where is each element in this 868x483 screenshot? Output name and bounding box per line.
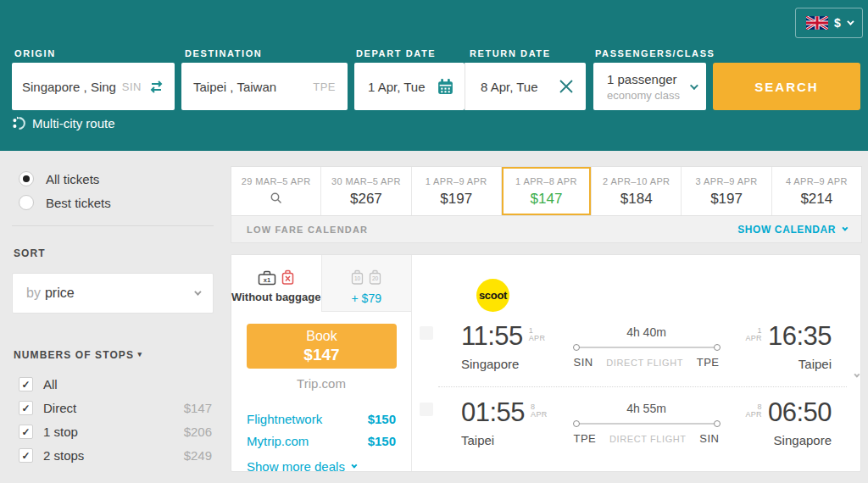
- sort-select[interactable]: by price: [12, 273, 214, 314]
- date-range: 3 APR–9 APR: [696, 176, 758, 186]
- bag-10kg-icon: 10: [351, 269, 364, 286]
- route-block: 4h 40m SIN DIRECT FLIGHT TPE: [574, 323, 720, 371]
- departure-date: 8 APR: [531, 403, 547, 419]
- stops-heading[interactable]: NUMBERS OF STOPS ▾: [14, 349, 142, 361]
- arrival-month: APR: [746, 411, 762, 419]
- expand-ticket-chevron[interactable]: [854, 366, 858, 381]
- checkbox-checked-icon[interactable]: ✓: [19, 425, 33, 439]
- search-header: $ ORIGIN DESTINATION DEPART DATE RETURN …: [0, 0, 868, 151]
- filter-label: All tickets: [46, 172, 99, 186]
- arrival-time: 06:50: [768, 399, 832, 426]
- flight-details: scoot 11:55 1 APR Singapore 4h 40m SIN D: [413, 255, 860, 471]
- date-price: $214: [800, 191, 832, 208]
- multi-city-icon: [12, 116, 26, 130]
- swap-icon[interactable]: [148, 80, 164, 93]
- depart-date-input[interactable]: 1 Apr, Tue: [354, 63, 465, 110]
- stops-option-price: $249: [184, 448, 212, 463]
- checkbox-checked-icon[interactable]: ✓: [19, 377, 33, 391]
- filter-best-tickets[interactable]: Best tickets: [19, 195, 111, 210]
- checkbox-checked-icon[interactable]: ✓: [19, 401, 33, 415]
- route-line: [574, 347, 720, 348]
- route-block: 4h 55m TPE DIRECT FLIGHT SIN: [574, 399, 720, 447]
- chevron-down-icon: [842, 225, 848, 231]
- baggage-icons: 10 20: [351, 264, 381, 286]
- baggage-tab-without[interactable]: x1 Without baggage: [231, 255, 322, 312]
- currency-selector[interactable]: $: [795, 8, 863, 38]
- return-date-input[interactable]: 8 Apr, Tue: [465, 63, 586, 110]
- baggage-tab-with[interactable]: 10 20 + $79: [322, 255, 412, 312]
- origin-label: ORIGIN: [14, 48, 56, 58]
- uk-flag-icon: [806, 16, 828, 30]
- date-price: $147: [531, 191, 563, 208]
- baggage-icons: x1: [258, 264, 294, 286]
- arrival-city: Taipei: [725, 357, 832, 371]
- arrival-block: 8 APR 06:50 Singapore: [725, 399, 832, 447]
- multi-city-label: Multi-city route: [32, 116, 115, 130]
- date-tab-1[interactable]: 30 MAR–5 APR $267: [320, 167, 410, 215]
- destination-input[interactable]: Taipei , Taiwan TPE: [181, 63, 348, 110]
- deal-name[interactable]: Mytrip.com: [247, 434, 309, 448]
- departure-month: APR: [529, 335, 545, 342]
- stops-option-price: $147: [184, 401, 212, 415]
- baggage-tab-label: + $79: [352, 291, 381, 305]
- filter-all-tickets[interactable]: All tickets: [19, 171, 99, 186]
- passengers-label: PASSENGERS/CLASS: [595, 48, 715, 58]
- multi-city-link[interactable]: Multi-city route: [12, 116, 115, 130]
- arrival-date: 8 APR: [746, 403, 762, 419]
- agency-name: Trip.com: [231, 376, 411, 391]
- stops-option-2stops[interactable]: ✓ 2 stops $249: [19, 448, 212, 463]
- stops-option-label: 2 stops: [43, 448, 84, 463]
- book-button-label: Book: [247, 329, 397, 344]
- radio-icon[interactable]: [19, 195, 34, 210]
- deal-price: $150: [368, 434, 396, 448]
- radio-selected-icon[interactable]: [19, 171, 34, 186]
- book-button-price: $147: [247, 346, 397, 364]
- deal-name[interactable]: Flightnetwork: [247, 412, 322, 426]
- date-price: $197: [440, 191, 472, 208]
- departure-block: 11:55 1 APR Singapore: [461, 323, 568, 371]
- stops-option-price: $206: [184, 425, 212, 439]
- date-range: 2 APR–10 APR: [603, 176, 670, 186]
- checkbox-checked-icon[interactable]: ✓: [19, 448, 33, 463]
- origin-input[interactable]: Singapore , Sing SIN: [12, 63, 175, 110]
- date-tab-6[interactable]: 4 APR–9 APR $214: [771, 167, 861, 215]
- direct-flight-note: DIRECT FLIGHT: [606, 358, 683, 368]
- origin-value: Singapore , Sing: [22, 80, 116, 94]
- arrival-month: APR: [746, 335, 762, 342]
- date-price: $197: [710, 191, 743, 208]
- calendar-icon[interactable]: [437, 78, 454, 96]
- date-tab-5[interactable]: 3 APR–9 APR $197: [681, 167, 771, 215]
- date-tab-0[interactable]: 29 MAR–5 APR: [231, 167, 320, 215]
- leg-divider: [438, 386, 847, 387]
- booking-column: x1 Without baggage 10: [231, 255, 412, 471]
- arrival-block: 1 APR 16:35 Taipei: [725, 323, 832, 371]
- arrival-airport-code: SIN: [699, 432, 719, 445]
- clear-return-date-icon[interactable]: [559, 79, 574, 94]
- destination-label: DESTINATION: [185, 48, 262, 58]
- date-range: 1 APR–8 APR: [515, 176, 577, 186]
- date-tab-2[interactable]: 1 APR–9 APR $197: [411, 167, 501, 215]
- date-range: 1 APR–9 APR: [426, 176, 487, 186]
- deal-row[interactable]: Flightnetwork $150: [247, 412, 396, 426]
- stops-option-direct[interactable]: ✓ Direct $147: [19, 401, 212, 415]
- show-more-deals-link[interactable]: Show more deals: [247, 459, 396, 474]
- no-checked-bag-icon: [281, 269, 294, 286]
- departure-city: Singapore: [461, 357, 568, 371]
- destination-code: TPE: [313, 80, 336, 93]
- stops-heading-label: NUMBERS OF STOPS: [14, 349, 134, 361]
- show-calendar-link[interactable]: SHOW CALENDAR: [737, 224, 846, 236]
- search-button[interactable]: SEARCH: [713, 63, 860, 110]
- destination-value: Taipei , Taiwan: [193, 80, 276, 94]
- departure-time: 11:55: [461, 323, 523, 350]
- stops-option-1stop[interactable]: ✓ 1 stop $206: [19, 425, 212, 439]
- chevron-down-icon: [194, 288, 201, 295]
- deal-row[interactable]: Mytrip.com $150: [247, 434, 396, 448]
- date-tab-3-selected[interactable]: 1 APR–8 APR $147: [501, 167, 591, 215]
- date-tab-4[interactable]: 2 APR–10 APR $184: [591, 167, 681, 215]
- svg-text:20: 20: [372, 275, 379, 281]
- deals-list: Flightnetwork $150 Mytrip.com $150 Show …: [231, 412, 411, 474]
- stops-option-all[interactable]: ✓ All: [19, 377, 212, 391]
- passengers-select[interactable]: 1 passenger economy class: [593, 63, 706, 110]
- book-button[interactable]: Book $147: [247, 324, 397, 369]
- airline-logo: scoot: [476, 279, 509, 312]
